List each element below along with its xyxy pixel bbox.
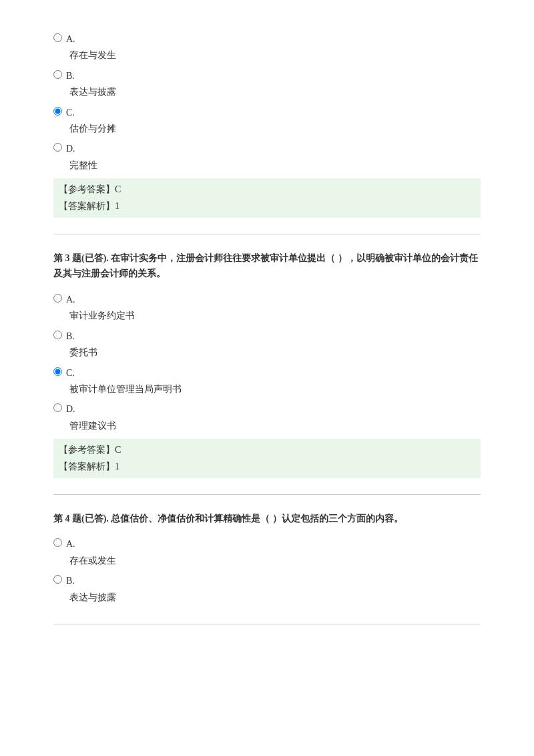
q3-radio-D[interactable] [53,403,62,412]
q3-option-label-B: B. [66,329,75,344]
q3-option-row-A: A. [53,293,481,307]
option-label-A: A. [66,32,75,47]
q3-option-label-C: C. [66,366,75,381]
q3-answer-ref: 【参考答案】C [59,441,475,458]
radio-C[interactable] [53,107,62,116]
q4-radio-A[interactable] [53,538,62,547]
answer-analysis-prev: 【答案解析】1 [59,198,475,214]
q4-option-text-B: 表达与披露 [69,590,481,605]
radio-D[interactable] [53,143,62,152]
option-text-C: 估价与分摊 [69,122,481,136]
option-text-B: 表达与披露 [69,85,481,100]
option-row-A: A. [53,32,481,47]
question-4-block: 第 4 题(已答). 总值估价、净值估价和计算精确性是（ ）认定包括的三个方面的… [53,511,481,624]
page-container: A. 存在与发生 B. 表达与披露 C. 估价与分摊 D. 完整性 【参考答案】… [0,0,534,667]
answer-ref-prev: 【参考答案】C [59,181,475,198]
option-label-D: D. [66,142,75,156]
option-row-B: B. [53,69,481,83]
question-4-title: 第 4 题(已答). 总值估价、净值估价和计算精确性是（ ）认定包括的三个方面的… [53,511,481,527]
answer-block-q3: 【参考答案】C 【答案解析】1 [53,439,481,478]
q4-option-row-B: B. [53,574,481,588]
q3-option-text-B: 委托书 [69,345,481,360]
q3-option-text-D: 管理建议书 [69,419,481,433]
q4-option-label-B: B. [66,574,75,588]
q3-option-row-B: B. [53,329,481,344]
radio-A[interactable] [53,33,62,42]
q4-option-label-A: A. [66,537,75,552]
q4-radio-B[interactable] [53,575,62,584]
q4-option-row-A: A. [53,537,481,552]
question-3-block: 第 3 题(已答). 在审计实务中，注册会计师往往要求被审计单位提出（ ），以明… [53,250,481,495]
q3-radio-B[interactable] [53,331,62,339]
answer-block-prev: 【参考答案】C 【答案解析】1 [53,178,481,217]
option-row-D: D. [53,142,481,156]
q4-option-text-A: 存在或发生 [69,554,481,568]
q3-answer-analysis: 【答案解析】1 [59,458,475,475]
q3-radio-A[interactable] [53,294,62,303]
question-3-title: 第 3 题(已答). 在审计实务中，注册会计师往往要求被审计单位提出（ ），以明… [53,250,481,282]
radio-B[interactable] [53,70,62,79]
q3-option-label-A: A. [66,293,75,307]
question-continuation-block: A. 存在与发生 B. 表达与披露 C. 估价与分摊 D. 完整性 【参考答案】… [53,13,481,234]
option-text-D: 完整性 [69,158,481,173]
q3-radio-C[interactable] [53,367,62,376]
q3-option-row-D: D. [53,402,481,417]
option-row-C: C. [53,106,481,120]
option-label-C: C. [66,106,75,120]
q3-option-row-C: C. [53,366,481,381]
q3-option-text-A: 审计业务约定书 [69,309,481,323]
option-text-A: 存在与发生 [69,48,481,63]
q3-option-label-D: D. [66,402,75,417]
q3-option-text-C: 被审计单位管理当局声明书 [69,382,481,397]
option-label-B: B. [66,69,75,83]
